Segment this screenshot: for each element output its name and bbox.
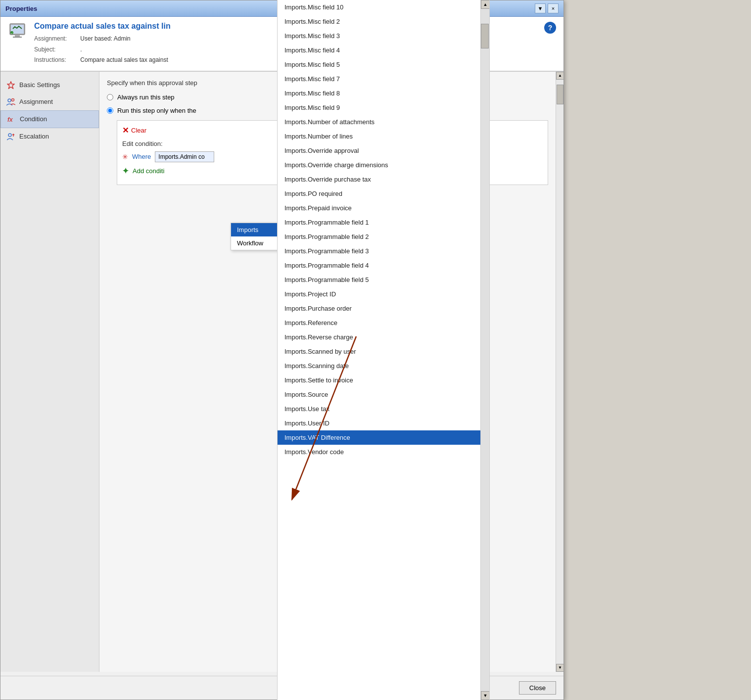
imports-list-item[interactable]: Imports.Override approval [278,143,489,158]
imports-list-item[interactable]: Imports.Reverse charge [278,330,489,344]
fx-icon: fx [7,115,16,124]
instructions-label: Instructions: [34,55,79,66]
dropdown-button[interactable]: ▼ [535,3,546,13]
imports-list-item[interactable]: Imports.Misc field 3 [278,29,489,43]
close-window-button[interactable]: × [548,3,559,13]
svg-point-10 [8,134,11,137]
imports-list-item[interactable]: Imports.Prepaid invoice [278,201,489,215]
svg-text:fx: fx [7,116,13,123]
imports-scroll-thumb[interactable] [481,24,489,48]
imports-list-item[interactable]: Imports.Number of attachments [278,115,489,129]
add-condition-button[interactable]: Add conditi [133,167,164,175]
star-icon [6,81,15,90]
imports-list-item[interactable]: Imports.Project ID [278,287,489,301]
imports-list-item[interactable]: Imports.VAT Difference [278,430,489,445]
assignment-label-sidebar: Assignment [19,98,53,105]
window-title: Properties [5,5,37,12]
imports-list-item[interactable]: Imports.Source [278,387,489,402]
sidebar-item-basic-settings[interactable]: Basic Settings [0,77,99,93]
imports-list-item[interactable]: Imports.Override purchase tax [278,172,489,187]
imports-list-item[interactable]: Imports.Vendor code [278,445,489,459]
condition-label: Condition [20,115,47,123]
scroll-thumb[interactable] [557,85,563,104]
escalation-label: Escalation [19,133,49,140]
plus-icon: ✦ [122,166,129,176]
assignment-value: User based: Admin [80,35,130,42]
close-button[interactable]: Close [519,681,556,695]
sidebar-item-assignment[interactable]: Assignment [0,93,99,110]
imports-scroll-up[interactable]: ▲ [481,0,490,9]
scroll-up-button[interactable]: ▲ [556,72,563,80]
clear-button[interactable]: ✕ Clear [122,126,146,135]
imports-scrollbar[interactable]: ▲ ▼ [480,0,489,700]
help-icon[interactable]: ? [544,22,556,34]
sidebar-item-condition[interactable]: fx Condition [0,110,99,128]
imports-dropdown: Imports.Misc field 10Imports.Misc field … [277,0,490,700]
imports-list-item[interactable]: Imports.Scanning date [278,359,489,373]
scroll-track[interactable] [556,80,563,664]
imports-list-item[interactable]: Imports.Misc field 5 [278,57,489,72]
imports-list-item[interactable]: Imports.Programmable field 4 [278,258,489,273]
imports-list-item[interactable]: Imports.Programmable field 2 [278,230,489,244]
imports-list-item[interactable]: Imports.Misc field 2 [278,14,489,29]
users-icon [6,97,15,106]
subject-label: Subject: [34,45,79,55]
panel-scrollbar[interactable]: ▲ ▼ [556,72,563,672]
imports-list-item[interactable]: Imports.Settle to invoice [278,373,489,387]
imports-list-item[interactable]: Imports.PO required [278,187,489,201]
imports-list-item[interactable]: Imports.User ID [278,416,489,430]
imports-list-item[interactable]: Imports.Misc field 4 [278,43,489,57]
imports-list-item[interactable]: Imports.Number of lines [278,129,489,143]
imports-list-item[interactable]: Imports.Use tax [278,402,489,416]
condition-field[interactable]: Imports.Admin co [155,151,214,162]
header-icon: ✓ [8,22,27,41]
always-run-radio[interactable] [107,94,113,100]
imports-list[interactable]: Imports.Misc field 10Imports.Misc field … [278,0,489,680]
imports-list-item[interactable]: Imports.Programmable field 1 [278,215,489,230]
svg-point-8 [12,98,14,101]
imports-list-item[interactable]: Imports.Misc field 7 [278,72,489,86]
imports-list-item[interactable]: Imports.Programmable field 5 [278,273,489,287]
imports-list-item[interactable]: Imports.Reference [278,316,489,330]
svg-text:✓: ✓ [11,32,13,35]
always-run-label: Always run this step [117,93,175,101]
scroll-down-button[interactable]: ▼ [556,664,563,672]
window-controls: ▼ × [535,3,559,13]
imports-list-item[interactable]: Imports.Override charge dimensions [278,158,489,172]
x-icon: ✕ [122,126,129,135]
imports-list-item[interactable]: Imports.Programmable field 3 [278,244,489,258]
svg-marker-6 [7,82,14,89]
imports-list-item[interactable]: Imports.Scanned by user [278,344,489,359]
assignment-label: Assignment: [34,34,79,45]
where-label[interactable]: Where [132,153,151,160]
required-asterisk: ✳ [122,153,128,161]
imports-list-item[interactable]: Imports.Misc field 10 [278,0,489,14]
svg-rect-3 [13,37,22,38]
imports-list-item[interactable]: Imports.Misc field 8 [278,86,489,100]
imports-list-item[interactable]: Imports.Purchase order [278,301,489,316]
instructions-value: Compare actual sales tax against [80,56,168,63]
imports-scroll-track[interactable] [481,9,489,691]
imports-list-item[interactable]: Imports.Misc field 9 [278,100,489,115]
arrow-up-icon [6,132,15,141]
imports-scroll-down[interactable]: ▼ [481,691,490,700]
svg-point-7 [8,99,11,102]
run-when-label: Run this step only when the [117,107,196,114]
basic-settings-label: Basic Settings [19,81,60,89]
subject-value: . [80,46,82,53]
sidebar: Basic Settings Assignment fx [0,72,99,672]
sidebar-item-escalation[interactable]: Escalation [0,128,99,145]
svg-rect-2 [15,35,20,37]
run-when-radio[interactable] [107,107,113,114]
